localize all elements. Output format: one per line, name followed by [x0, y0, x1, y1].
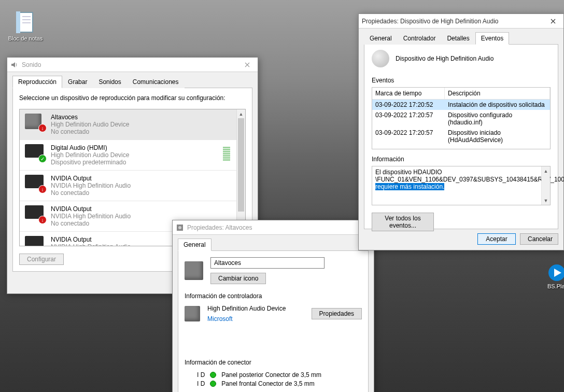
column-header-time[interactable]: Marca de tiempo [372, 88, 445, 99]
svg-point-8 [178, 226, 181, 229]
event-desc: Instalación de dispositivo solicitada [445, 100, 550, 110]
desktop-icon-label: BS.Play... [547, 283, 564, 289]
monitor-icon: ↓ [25, 236, 46, 246]
device-status: Dispositivo predeterminado [51, 159, 222, 166]
cancel-button[interactable]: Cancelar [520, 233, 558, 245]
window-title: Propiedades: Dispositivo de High Definit… [362, 18, 543, 25]
device-subtitle: NVIDIA High Definition Audio [51, 182, 231, 189]
jack-dot-icon [210, 372, 216, 378]
desktop-icon-label: Bloc de notas [7, 35, 44, 41]
device-name-label: Dispositivo de High Definition Audio [396, 55, 494, 62]
controller-properties-button[interactable]: Propiedades [312, 308, 362, 319]
info-section-label: Información [372, 156, 551, 163]
events-section-label: Eventos [372, 77, 551, 84]
monitor-icon: ✓ [25, 144, 46, 162]
level-meter [222, 144, 231, 163]
events-table[interactable]: Marca de tiempo Descripción 03-09-2022 1… [372, 87, 551, 149]
tab-record[interactable]: Grabar [62, 76, 93, 88]
column-header-desc[interactable]: Descripción [445, 88, 550, 99]
tab-events[interactable]: Eventos [475, 32, 509, 45]
scroll-up-icon[interactable]: ▲ [237, 109, 245, 118]
controller-vendor-link[interactable]: Microsoft [207, 315, 304, 323]
change-icon-button[interactable]: Cambiar icono [210, 273, 266, 284]
accept-button[interactable]: Aceptar [477, 233, 516, 245]
event-row[interactable]: 03-09-2022 17:20:57 Dispositivo configur… [372, 110, 550, 128]
jack-id-label: I D [197, 371, 205, 379]
device-item[interactable]: ↓ Altavoces High Definition Audio Device… [20, 109, 236, 140]
device-large-icon [185, 261, 203, 280]
bsplayer-icon [547, 263, 564, 282]
device-name: NVIDIA Output [51, 175, 231, 182]
info-textbox[interactable]: El dispositivo HDAUDIO \FUNC_01&VEN_1106… [372, 166, 551, 205]
jack-description: Panel frontal Conector de 3,5 mm [221, 380, 314, 387]
scroll-down-icon[interactable]: ▼ [542, 196, 550, 205]
jack-id-label: I D [197, 380, 205, 387]
close-button[interactable] [543, 14, 563, 29]
titlebar[interactable]: Propiedades: Dispositivo de High Definit… [359, 14, 563, 29]
configure-button[interactable]: Configurar [19, 254, 64, 265]
instruction-text: Seleccione un dispositivo de reproducció… [19, 94, 246, 102]
window-speaker-properties: Propiedades: Altavoces General Cambiar i… [172, 220, 374, 392]
controller-name: High Definition Audio Device [207, 305, 304, 312]
tab-comms[interactable]: Comunicaciones [127, 76, 185, 88]
titlebar[interactable]: Sonido [7, 58, 258, 72]
event-row[interactable]: 03-09-2022 17:20:57 Dispositivo iniciado… [372, 128, 550, 145]
window-title: Sonido [22, 61, 237, 68]
section-controller-info: Información de controladora [185, 292, 362, 300]
event-desc: Dispositivo iniciado (HdAudAddService) [445, 128, 550, 145]
controller-icon [185, 306, 200, 321]
device-item[interactable]: ↓ NVIDIA Output NVIDIA High Definition A… [20, 171, 236, 201]
disconnected-badge-icon: ↓ [38, 216, 47, 224]
device-status: No conectado [51, 189, 231, 197]
jack-dot-icon [210, 381, 216, 387]
close-button[interactable] [237, 58, 258, 72]
tab-general[interactable]: General [178, 239, 212, 251]
event-desc: Dispositivo configurado (hdaudio.inf) [445, 110, 550, 128]
scroll-up-icon[interactable]: ▲ [542, 166, 550, 175]
window-title: Propiedades: Altavoces [187, 224, 371, 231]
scrollbar-thumb[interactable] [238, 118, 244, 212]
desktop-icon-notepad[interactable]: Bloc de notas [7, 9, 44, 41]
sound-icon [10, 61, 19, 69]
window-device-properties: Propiedades: Dispositivo de High Definit… [358, 13, 564, 250]
device-status: No conectado [51, 128, 231, 135]
scrollbar[interactable]: ▲ ▼ [541, 166, 550, 205]
tabstrip: General Controlador Detalles Eventos [364, 32, 558, 45]
tabstrip: General [178, 238, 369, 251]
desktop-icon-bsplayer[interactable]: BS.Play... [547, 263, 564, 289]
disconnected-badge-icon: ↓ [38, 185, 47, 193]
jack-description: Panel posterior Conector de 3,5 mm [221, 371, 321, 379]
device-name: NVIDIA Output [51, 205, 231, 213]
tab-driver[interactable]: Controlador [398, 32, 442, 45]
default-badge-icon: ✓ [38, 155, 47, 163]
event-row[interactable]: 03-09-2022 17:20:52 Instalación de dispo… [372, 100, 550, 110]
event-time: 03-09-2022 17:20:57 [372, 110, 445, 128]
speaker-icon [176, 223, 184, 232]
tab-general[interactable]: General [364, 32, 398, 45]
device-subtitle: NVIDIA High Definition Audio [51, 213, 231, 220]
info-text: \FUNC_01&VEN_1106&DEV_0397&SUBSYS_104384… [375, 176, 564, 183]
monitor-icon: ↓ [25, 175, 46, 192]
info-highlight-text: requiere más instalación. [375, 183, 444, 190]
tab-details[interactable]: Detalles [441, 32, 475, 45]
device-subtitle: High Definition Audio Device [51, 151, 222, 159]
event-time: 03-09-2022 17:20:57 [372, 128, 445, 145]
info-text: El dispositivo HDAUDIO [375, 169, 442, 176]
device-name: Altavoces [51, 114, 231, 121]
speaker-icon: ↓ [25, 114, 46, 131]
tab-playback[interactable]: Reproducción [12, 76, 62, 88]
monitor-icon: ↓ [25, 205, 46, 223]
jack-row: I D Panel posterior Conector de 3,5 mm [197, 371, 362, 379]
notepad-icon [13, 9, 38, 34]
view-all-events-button[interactable]: Ver todos los eventos... [372, 213, 434, 231]
tab-sounds[interactable]: Sonidos [93, 76, 126, 88]
disconnected-badge-icon: ↓ [38, 124, 47, 132]
device-subtitle: High Definition Audio Device [51, 121, 231, 128]
device-item[interactable]: ✓ Digital Audio (HDMI) High Definition A… [20, 140, 236, 171]
svg-rect-1 [16, 11, 20, 33]
device-name: Digital Audio (HDMI) [51, 144, 222, 151]
section-jack-info: Información de conector [185, 359, 362, 366]
titlebar[interactable]: Propiedades: Altavoces [173, 220, 374, 235]
device-name-input[interactable] [210, 257, 325, 269]
hd-audio-icon [372, 50, 389, 67]
